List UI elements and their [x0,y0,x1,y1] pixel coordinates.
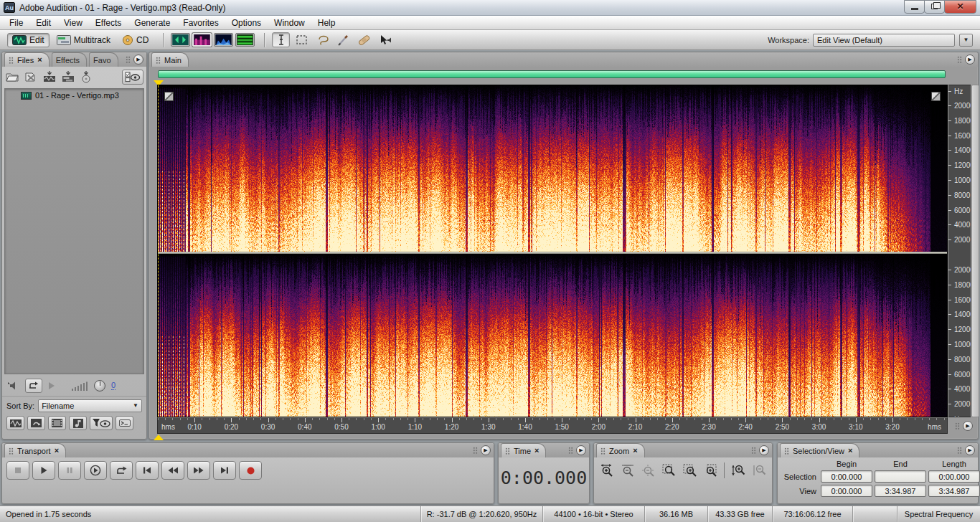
show-full-path-button[interactable] [116,416,133,430]
panel-menu-button[interactable]: ▶ [133,54,143,65]
preview-play-button[interactable] [48,381,55,390]
current-time-display[interactable]: 0:00.000 [499,468,589,488]
panel-menu-button[interactable]: ▶ [481,445,491,455]
effects-paintbrush-tool-button[interactable] [334,32,352,47]
phase-display-button[interactable] [235,33,255,47]
show-loop-files-button[interactable] [27,416,45,430]
menu-edit[interactable]: Edit [29,16,57,29]
playhead-line[interactable] [158,85,159,417]
insert-into-cd-button[interactable] [80,70,93,83]
stop-button[interactable] [6,461,29,480]
show-video-files-button[interactable] [48,416,66,430]
panel-menu-button[interactable]: ▶ [576,445,586,455]
edit-view-button[interactable]: Edit [7,33,50,47]
view-begin-field[interactable]: 0:00.000 [821,485,872,497]
zoom-in-vertical-button[interactable] [729,462,747,479]
rewind-button[interactable] [161,461,184,480]
menu-window[interactable]: Window [268,16,311,29]
auto-play-speaker-icon[interactable] [6,381,19,391]
scrub-tool-button[interactable] [376,32,394,47]
minimize-button[interactable] [904,0,925,14]
tab-main[interactable]: Main [151,52,189,67]
tab-transport[interactable]: Transport × [4,443,66,457]
menu-effects[interactable]: Effects [89,16,128,29]
panel-menu-button[interactable]: ▶ [965,445,975,455]
zoom-to-selection-button[interactable] [661,462,679,479]
preview-volume-icon[interactable] [71,381,88,391]
spot-healing-brush-tool-button[interactable] [355,32,373,47]
import-file-button[interactable] [5,71,19,82]
loop-preview-button[interactable] [25,379,42,393]
waveform-display-button[interactable] [171,33,190,47]
fast-forward-button[interactable] [187,461,210,480]
selection-begin-field[interactable]: 0:00.000 [821,470,872,483]
tab-time[interactable]: Time × [501,443,546,457]
record-button[interactable] [239,461,262,480]
tab-close-icon[interactable]: × [534,447,539,455]
show-options-toggle-button[interactable] [122,70,143,85]
menu-favorites[interactable]: Favorites [176,16,225,29]
preview-volume-knob[interactable] [94,380,105,392]
view-length-field[interactable]: 3:34.987 [928,485,980,497]
close-file-button[interactable] [24,71,38,82]
tab-close-icon[interactable]: × [848,447,852,455]
menu-view[interactable]: View [57,16,89,29]
zoom-in-left-edge-button[interactable] [682,462,699,479]
zoom-in-right-edge-button[interactable] [702,462,720,479]
zoom-out-full-button[interactable] [640,462,658,479]
tab-close-icon[interactable]: × [55,447,59,455]
play-button[interactable] [32,461,55,480]
workspace-dropdown-arrow[interactable]: ▼ [959,34,973,47]
pause-button[interactable] [58,461,81,480]
file-list[interactable]: 01 - Rage - Vertigo.mp3 [4,88,144,374]
time-ruler[interactable]: hms 0:100:200:300:400:501:001:101:201:30… [157,417,948,434]
tab-close-icon[interactable]: × [633,447,637,455]
zoom-out-vertical-button[interactable] [750,462,768,479]
channel-right-select-handle[interactable] [931,92,941,101]
overview-range-bar[interactable] [158,70,946,78]
play-from-cursor-button[interactable] [84,461,107,480]
view-end-field[interactable]: 3:34.987 [875,485,926,497]
time-selection-tool-button[interactable] [272,32,290,47]
insert-into-edit-view-button[interactable] [42,70,57,83]
sort-by-dropdown[interactable]: Filename ▼ [38,399,142,412]
filter-visibility-button[interactable] [90,416,113,430]
file-list-item[interactable]: 01 - Rage - Vertigo.mp3 [5,89,143,102]
menu-help[interactable]: Help [311,16,342,29]
play-looped-button[interactable] [110,461,133,480]
selection-length-field[interactable]: 0:00.000 [928,470,980,483]
menu-file[interactable]: File [3,16,29,29]
tab-close-icon[interactable]: × [37,56,42,64]
vertical-scrollbar[interactable] [971,85,979,417]
go-to-beginning-button[interactable] [136,461,159,480]
playhead-marker-bottom[interactable] [154,435,164,440]
marquee-selection-tool-button[interactable] [293,32,311,47]
show-midi-files-button[interactable] [69,416,87,430]
panel-menu-button[interactable]: ▶ [963,421,973,431]
workspace-dropdown[interactable]: Edit View (Default) [813,34,955,47]
restore-button[interactable] [924,0,945,14]
panel-menu-button[interactable]: ▶ [759,445,769,455]
frequency-ruler[interactable]: Hz20000180001600014000120001000080006000… [948,85,971,417]
tab-favorites[interactable]: Favo [89,52,118,67]
tab-selection-view[interactable]: Selection/View × [780,443,859,457]
tab-zoom[interactable]: Zoom × [596,443,645,457]
show-audio-files-button[interactable] [6,416,24,430]
insert-into-multitrack-button[interactable] [61,70,75,83]
spectral-display[interactable] [157,85,948,417]
multitrack-view-button[interactable]: Multitrack [52,34,115,47]
lasso-selection-tool-button[interactable] [314,32,331,47]
spectrogram-right-channel[interactable] [158,254,947,417]
go-to-end-button[interactable] [213,461,236,480]
menu-generate[interactable]: Generate [128,16,176,29]
selection-end-field[interactable] [875,470,926,483]
panel-menu-button[interactable]: ▶ [965,54,975,65]
spectrogram-left-channel[interactable] [158,85,947,252]
menu-options[interactable]: Options [225,16,268,29]
spectral-pan-display-button[interactable] [214,33,233,47]
tab-files[interactable]: Files × [4,52,50,67]
cd-view-button[interactable]: CD [118,33,153,47]
channel-left-select-handle[interactable] [164,92,174,101]
preview-volume-value[interactable]: 0 [111,381,116,390]
spectral-frequency-display-button[interactable] [192,33,212,47]
